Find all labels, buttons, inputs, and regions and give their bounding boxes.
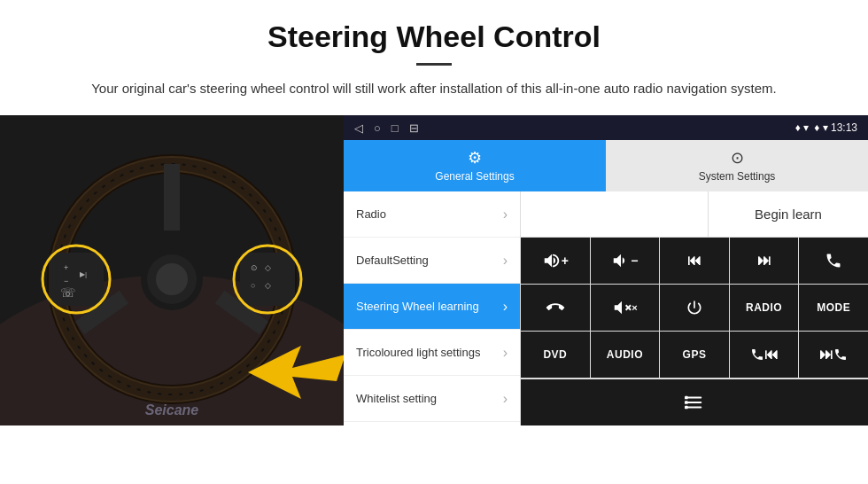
svg-rect-27 bbox=[687, 397, 702, 399]
settings-content: Begin learn + − ⏮ ⏭ bbox=[521, 191, 868, 425]
menu-steering-arrow: › bbox=[503, 299, 508, 315]
menu-tricoloured-arrow: › bbox=[503, 345, 508, 361]
general-settings-icon: ⚙ bbox=[468, 148, 482, 168]
prev-track-button[interactable]: ⏮ bbox=[660, 238, 729, 284]
status-bar: ◁ ○ □ ⊟ ♦ ▾ ♦ ▾ 13:13 bbox=[344, 115, 868, 140]
nav-icons: ◁ ○ □ ⊟ bbox=[354, 121, 419, 135]
tab-general-settings[interactable]: ⚙ General Settings bbox=[344, 140, 606, 191]
settings-menu: Radio › DefaultSetting › Steering Wheel … bbox=[344, 191, 521, 425]
tab-system-settings[interactable]: ⊙ System Settings bbox=[606, 140, 868, 191]
empty-display-area bbox=[521, 191, 709, 237]
settings-layout: Radio › DefaultSetting › Steering Wheel … bbox=[344, 191, 868, 425]
recents-nav-icon[interactable]: □ bbox=[391, 121, 399, 135]
menu-item-steering[interactable]: Steering Wheel learning › bbox=[344, 284, 520, 330]
home-nav-icon[interactable]: ○ bbox=[374, 121, 381, 135]
svg-rect-31 bbox=[685, 401, 688, 404]
svg-rect-30 bbox=[685, 396, 688, 400]
svg-text:◇: ◇ bbox=[265, 263, 271, 272]
ui-panel: ◁ ○ □ ⊟ ♦ ▾ ♦ ▾ 13:13 ⚙ General Settings… bbox=[344, 115, 868, 425]
menu-item-radio[interactable]: Radio › bbox=[344, 191, 520, 238]
svg-text:☏: ☏ bbox=[60, 285, 76, 300]
menu-nav-icon[interactable]: ⊟ bbox=[409, 121, 419, 135]
signal-icon: ♦ ▾ bbox=[795, 121, 809, 134]
svg-text:◇: ◇ bbox=[265, 281, 271, 290]
svg-text:+: + bbox=[64, 263, 68, 272]
tel-next-btn[interactable]: ⏭ bbox=[799, 332, 868, 378]
menu-default-label: DefaultSetting bbox=[356, 254, 429, 267]
tab-system-label: System Settings bbox=[699, 170, 776, 183]
audio-btn[interactable]: AUDIO bbox=[591, 332, 660, 378]
back-nav-icon[interactable]: ◁ bbox=[354, 121, 363, 135]
svg-text:○: ○ bbox=[251, 281, 255, 290]
gps-btn[interactable]: GPS bbox=[660, 332, 729, 378]
mute-button[interactable]: × bbox=[591, 285, 660, 331]
radio-btn[interactable]: RADIO bbox=[730, 285, 799, 331]
system-settings-icon: ⊙ bbox=[731, 148, 744, 168]
svg-rect-32 bbox=[685, 406, 688, 410]
menu-whitelist-label: Whitelist setting bbox=[356, 392, 437, 405]
vol-up-button[interactable]: + bbox=[521, 238, 590, 284]
menu-item-default[interactable]: DefaultSetting › bbox=[344, 238, 520, 284]
svg-text:▶|: ▶| bbox=[80, 270, 87, 278]
status-indicators: ♦ ▾ ♦ ▾ 13:13 bbox=[795, 121, 857, 134]
title-divider bbox=[416, 63, 452, 66]
menu-item-tricoloured[interactable]: Tricoloured light settings › bbox=[344, 330, 520, 376]
svg-text:⊙: ⊙ bbox=[251, 263, 258, 272]
list-icon-btn[interactable] bbox=[521, 379, 868, 425]
phone-button[interactable] bbox=[799, 238, 868, 284]
menu-steering-label: Steering Wheel learning bbox=[356, 300, 479, 313]
power-button[interactable] bbox=[660, 285, 729, 331]
menu-radio-label: Radio bbox=[356, 207, 386, 221]
menu-tricoloured-label: Tricoloured light settings bbox=[356, 346, 480, 359]
bottom-row bbox=[521, 379, 868, 425]
svg-text:−: − bbox=[64, 277, 68, 285]
page-wrapper: Steering Wheel Control Your original car… bbox=[0, 0, 868, 425]
vol-down-button[interactable]: − bbox=[591, 238, 660, 284]
svg-point-11 bbox=[156, 263, 188, 295]
svg-rect-12 bbox=[49, 253, 104, 306]
header-section: Steering Wheel Control Your original car… bbox=[0, 0, 868, 115]
tel-prev-btn[interactable]: ⏮ bbox=[730, 332, 799, 378]
dvd-btn[interactable]: DVD bbox=[521, 332, 590, 378]
menu-default-arrow: › bbox=[503, 253, 508, 269]
menu-radio-arrow: › bbox=[503, 207, 508, 222]
clock: ♦ ▾ 13:13 bbox=[814, 121, 857, 134]
menu-item-whitelist[interactable]: Whitelist setting › bbox=[344, 376, 520, 422]
menu-whitelist-arrow: › bbox=[503, 391, 508, 407]
svg-rect-28 bbox=[687, 402, 702, 403]
control-button-grid: + − ⏮ ⏭ bbox=[521, 238, 868, 379]
content-top-row: Begin learn bbox=[521, 191, 868, 238]
subtitle: Your original car's steering wheel contr… bbox=[89, 78, 779, 99]
svg-rect-29 bbox=[687, 407, 702, 409]
svg-rect-17 bbox=[240, 253, 295, 306]
mode-btn[interactable]: MODE bbox=[799, 285, 868, 331]
page-title: Steering Wheel Control bbox=[53, 20, 815, 54]
begin-learn-button[interactable]: Begin learn bbox=[709, 191, 868, 237]
steering-wheel-image: + − ▶| ☏ ⊙ ◇ ○ ◇ Seicane bbox=[0, 115, 344, 425]
tab-general-label: General Settings bbox=[435, 170, 514, 183]
tab-bar: ⚙ General Settings ⊙ System Settings bbox=[344, 140, 868, 191]
hang-up-button[interactable] bbox=[521, 285, 590, 331]
next-track-button[interactable]: ⏭ bbox=[730, 238, 799, 284]
content-area: + − ▶| ☏ ⊙ ◇ ○ ◇ Seicane bbox=[0, 115, 868, 425]
